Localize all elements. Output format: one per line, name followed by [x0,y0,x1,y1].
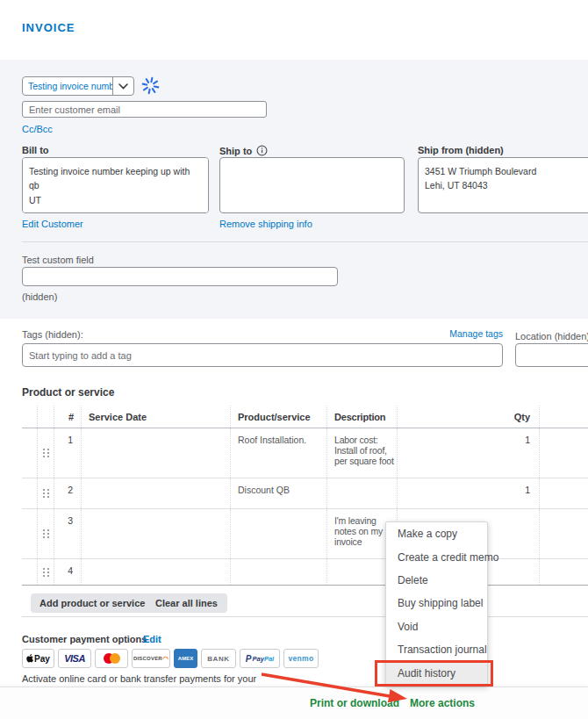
menu-item-make-a-copy[interactable]: Make a copy [386,522,487,545]
line-items-table: # Service Date Product/service Descripti… [22,406,588,586]
menu-item-delete[interactable]: Delete [386,569,487,592]
ship-from-textarea[interactable]: 3451 W Triumph Boulevard Lehi, UT 84043 [418,157,588,213]
apple-pay-icon: Pay [22,649,54,668]
more-actions-context-menu: Make a copy Create a credit memo Delete … [385,521,488,686]
remove-shipping-link[interactable]: Remove shipping info [219,219,312,229]
bill-to-label: Bill to [22,145,49,155]
menu-item-void[interactable]: Void [386,615,487,638]
invoice-number-select[interactable]: Testing invoice number [22,76,134,96]
service-date-cell[interactable] [82,559,231,585]
tags-input[interactable] [22,343,503,367]
chevron-down-icon[interactable] [112,77,133,95]
footer-bar: Print or download More actions [0,687,588,719]
product-cell[interactable] [231,509,327,558]
payment-method-icons: Pay VISA DISCOVER◠ AMEX BANK PPayPal ven… [22,649,319,668]
bill-to-textarea[interactable]: Testing invoice number keeping up with q… [22,157,209,213]
drag-handle-icon[interactable] [38,478,54,508]
more-actions-link[interactable]: More actions [410,697,475,709]
payment-options-heading: Customer payment options [22,634,147,644]
activate-payments-text: Activate online card or bank transfer pa… [22,673,256,684]
ship-to-label: Ship to [219,145,268,156]
col-product-service: Product/service [231,406,327,428]
menu-item-transaction-journal[interactable]: Transaction journal [386,638,487,661]
menu-item-buy-shipping-label[interactable]: Buy shipping label [386,592,487,615]
col-service-date: Service Date [82,406,231,428]
mastercard-icon [95,649,128,668]
custom-field-input[interactable] [22,267,338,286]
col-description: Description [327,406,398,428]
invoice-form-page: INVOICE Testing invoice number Cc/Bcc Bi… [0,0,588,719]
ccbcc-link[interactable]: Cc/Bcc [22,124,53,134]
drag-handle-icon[interactable] [38,509,54,558]
product-service-heading: Product or service [22,386,114,399]
product-cell[interactable]: Discount QB [231,478,327,508]
print-or-download-link[interactable]: Print or download [310,697,399,709]
table-row[interactable]: 4 [22,559,588,586]
menu-item-audit-history[interactable]: Audit history [386,662,487,685]
ship-from-label: Ship from (hidden) [418,145,504,155]
table-header-row: # Service Date Product/service Descripti… [22,406,588,428]
col-qty: Qty [398,406,540,428]
customer-email-input[interactable] [22,101,267,118]
qty-cell[interactable]: 1 [398,428,540,478]
custom-field-hidden-note: (hidden) [22,291,57,302]
qty-cell[interactable]: 1 [398,478,540,508]
table-row[interactable]: 2 Discount QB 1 [22,478,588,509]
location-label: Location (hidden): [515,331,588,342]
sparkle-automation-icon[interactable] [141,76,160,98]
custom-field-label: Test custom field [22,255,94,265]
venmo-icon: venmo [283,649,319,668]
edit-customer-link[interactable]: Edit Customer [22,219,83,229]
divider [22,241,588,242]
edit-payment-options-link[interactable]: Edit [143,634,161,644]
product-cell[interactable]: Roof Installation. [231,428,327,478]
description-cell[interactable] [327,478,398,508]
drag-handle-icon[interactable] [38,559,54,585]
manage-tags-link[interactable]: Manage tags [449,328,503,339]
table-row[interactable]: 3 I'm leaving notes on my invoice [22,509,588,559]
table-row[interactable]: 1 Roof Installation. Labor cost: Install… [22,428,588,478]
info-icon[interactable] [256,145,268,156]
clear-all-lines-button[interactable]: Clear all lines [146,593,227,613]
discover-icon: DISCOVER◠ [132,649,170,668]
page-title: INVOICE [22,21,75,34]
tags-label: Tags (hidden): [22,329,83,340]
col-number: # [54,406,82,428]
invoice-number-value: Testing invoice number [23,81,112,91]
visa-icon: VISA [58,649,91,668]
product-cell[interactable] [231,559,327,585]
service-date-cell[interactable] [82,509,231,558]
location-input[interactable] [515,343,588,367]
amex-icon: AMEX [174,649,197,668]
bank-icon: BANK [201,649,236,668]
description-cell[interactable]: Labor cost: Install of roof, per square … [327,428,398,478]
drag-handle-icon[interactable] [38,428,54,478]
service-date-cell[interactable] [82,478,231,508]
paypal-icon: PPayPal [240,649,280,668]
divider [22,616,588,617]
menu-item-create-credit-memo[interactable]: Create a credit memo [386,545,487,568]
service-date-cell[interactable] [82,428,231,478]
ship-to-textarea[interactable] [219,157,405,213]
